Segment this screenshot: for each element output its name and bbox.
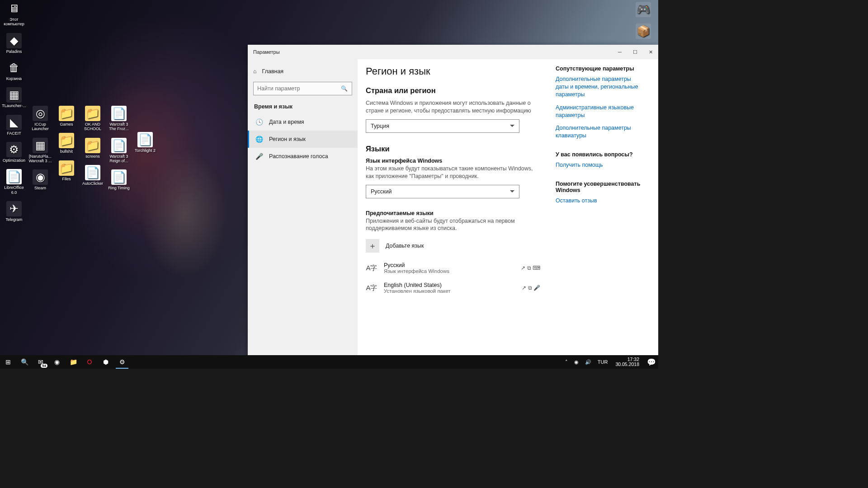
titlebar: Параметры ─ ☐ ✕	[248, 45, 658, 59]
nav-label: Регион и язык	[269, 136, 306, 142]
search-input[interactable]	[253, 82, 352, 95]
desktop-icon[interactable]: 📄Warcraft 3 Reign of...	[106, 138, 132, 164]
desktop-icon[interactable]: 📁OK AND SCHOOL	[80, 106, 106, 131]
settings-window: Параметры ─ ☐ ✕ ⌂ Главная 🔍 Время и язык…	[248, 45, 658, 369]
taskbar-mail[interactable]: ✉54	[33, 355, 49, 369]
desktop-icon[interactable]: ⚙Optimization	[1, 142, 27, 163]
clock-date: 30.05.2018	[615, 362, 639, 367]
related-link[interactable]: Административные языковые параметры	[556, 104, 641, 119]
minimize-button[interactable]: ─	[612, 45, 627, 59]
start-button[interactable]: ⊞	[0, 355, 16, 369]
nav-icon: 🌐	[255, 136, 263, 143]
desktop-icon-glyph: 📁	[59, 160, 74, 176]
desktop-icon-label: LibreOffice 6.0	[1, 185, 27, 195]
feedback-title: Помогите усовершенствовать Windows	[556, 181, 641, 193]
related-link[interactable]: Дополнительные параметры даты и времени,…	[556, 75, 641, 99]
preferred-languages-desc: Приложения и веб-сайты будут отображатьс…	[366, 217, 542, 233]
desktop-icon[interactable]: ✈Telegram	[1, 201, 27, 222]
country-select[interactable]: Турция	[366, 119, 519, 133]
desktop-icon[interactable]: 🎮	[630, 2, 656, 17]
desktop-icon-label: Корзина	[1, 76, 27, 81]
language-name: Русский	[384, 262, 514, 268]
related-title: Сопутствующие параметры	[556, 66, 641, 72]
display-language-desc: На этом языке будут показываться такие к…	[366, 165, 542, 180]
taskbar-settings[interactable]: ⚙	[114, 355, 130, 369]
country-description: Система Windows и приложения могут испол…	[366, 99, 542, 115]
maximize-button[interactable]: ☐	[627, 45, 643, 59]
search-button[interactable]: 🔍	[16, 355, 33, 369]
desktop-icon-label: Warcraft 3 Reign of...	[106, 154, 132, 164]
desktop-icon[interactable]: 🖥Этот компьютер	[1, 1, 27, 27]
nav-icon: 🕓	[255, 118, 263, 126]
desktop-icon-glyph: 📄	[111, 169, 127, 185]
taskbar-explorer[interactable]: 📁	[65, 355, 81, 369]
search-icon: 🔍	[341, 85, 348, 92]
page-title: Регион и язык	[366, 66, 542, 77]
desktop-icon[interactable]: ▦[NarutoPla... Warcraft 3 ...	[27, 138, 53, 164]
tray-language[interactable]: TUR	[596, 359, 609, 365]
action-center-button[interactable]: 💬	[645, 355, 658, 369]
desktop-icon[interactable]: 🗑Корзина	[1, 60, 27, 81]
taskbar-opera[interactable]: O	[81, 355, 98, 369]
close-button[interactable]: ✕	[643, 45, 658, 59]
taskbar-app[interactable]: ⬢	[98, 355, 114, 369]
desktop-icon[interactable]: 📄Ring Timing	[106, 169, 132, 190]
desktop-icon-glyph: 📄	[111, 106, 127, 121]
desktop-icon[interactable]: 📄AutoClicker	[80, 165, 106, 186]
tray-steam-icon[interactable]: ◉	[573, 359, 580, 365]
desktop-icon[interactable]: ◆Paladins	[1, 33, 27, 54]
desktop-icon-label: AutoClicker	[80, 181, 106, 186]
desktop-icon[interactable]: 📄LibreOffice 6.0	[1, 169, 27, 195]
desktop-icon-label: TLauncher-...	[1, 103, 27, 108]
display-language-select[interactable]: Русский	[366, 185, 519, 198]
language-feature-icons: ↗ ⧉ ⌨	[521, 265, 540, 271]
desktop-icon-glyph: 📁	[85, 138, 100, 153]
get-help-link[interactable]: Получить помощь	[556, 161, 641, 169]
language-icon: A字	[366, 282, 377, 294]
nav-label: Дата и время	[269, 119, 304, 125]
desktop-icon[interactable]: ▦TLauncher-...	[1, 87, 27, 108]
preferred-languages-label: Предпочитаемые языки	[366, 210, 542, 216]
display-language-value: Русский	[371, 188, 392, 195]
desktop-icon-glyph: ◎	[33, 106, 48, 121]
desktop-icon-glyph: 📦	[636, 23, 651, 39]
sidebar-item[interactable]: 🌐Регион и язык	[248, 131, 358, 148]
desktop-icon[interactable]: ◣FACEIT	[1, 115, 27, 136]
desktop-icon-label: Paladins	[1, 49, 27, 54]
desktop-icon[interactable]: ◎ICCup Launcher	[27, 106, 53, 131]
desktop-icon-label: Steam	[27, 186, 53, 190]
desktop-icon-label: Files	[53, 177, 80, 181]
tray-clock[interactable]: 17:32 30.05.2018	[613, 357, 642, 367]
desktop-icon-glyph: ✈	[6, 201, 22, 216]
desktop-icon-glyph: 📄	[85, 165, 100, 180]
taskbar-steam[interactable]: ◉	[49, 355, 65, 369]
desktop-icon-label: [NarutoPla... Warcraft 3 ...	[27, 154, 53, 164]
taskbar: ⊞ 🔍 ✉54 ◉ 📁 O ⬢ ⚙ ˄ ◉ 🔊 TUR 17:32 30.05.…	[0, 355, 658, 369]
desktop-icon[interactable]: 📄Torchlight 2	[132, 132, 158, 153]
sidebar-home[interactable]: ⌂ Главная	[248, 64, 358, 79]
sidebar-item[interactable]: 🎤Распознавание голоса	[248, 148, 358, 165]
desktop-icon[interactable]: 📄Warcraft 3 The Froz...	[106, 106, 132, 131]
feedback-link[interactable]: Оставить отзыв	[556, 197, 641, 205]
desktop-icon[interactable]: ◉Steam	[27, 169, 53, 190]
desktop-icon[interactable]: 📁Files	[53, 160, 80, 181]
desktop-icon[interactable]: 📦	[630, 23, 656, 39]
settings-content: Регион и язык Страна или регион Система …	[358, 59, 658, 369]
nav-label: Распознавание голоса	[269, 153, 328, 160]
language-item[interactable]: A字 English (United States) Установлен яз…	[366, 279, 542, 299]
desktop-icon-label: ICCup Launcher	[27, 122, 53, 131]
add-language-button[interactable]: ＋ Добавьте язык	[366, 237, 542, 255]
desktop-icon-label: Ring Timing	[106, 186, 132, 190]
language-item[interactable]: A字 Русский Язык интерфейса Windows ↗ ⧉ ⌨	[366, 259, 542, 279]
tray-chevron-icon[interactable]: ˄	[564, 359, 569, 365]
desktop-icons: 🖥Этот компьютер◆Paladins🗑Корзина▦TLaunch…	[0, 0, 159, 229]
desktop-icon[interactable]: 📁screens	[80, 138, 106, 159]
desktop-icon-glyph: ◣	[6, 115, 22, 130]
desktop-icon[interactable]: 📁Games	[53, 106, 80, 127]
related-link[interactable]: Дополнительные параметры клавиатуры	[556, 124, 641, 140]
tray-volume-icon[interactable]: 🔊	[584, 359, 593, 365]
desktop-icon[interactable]: 📁bullshit	[53, 133, 80, 154]
desktop-icon-label: FACEIT	[1, 131, 27, 136]
sidebar-item[interactable]: 🕓Дата и время	[248, 113, 358, 131]
language-icon: A字	[366, 262, 377, 274]
